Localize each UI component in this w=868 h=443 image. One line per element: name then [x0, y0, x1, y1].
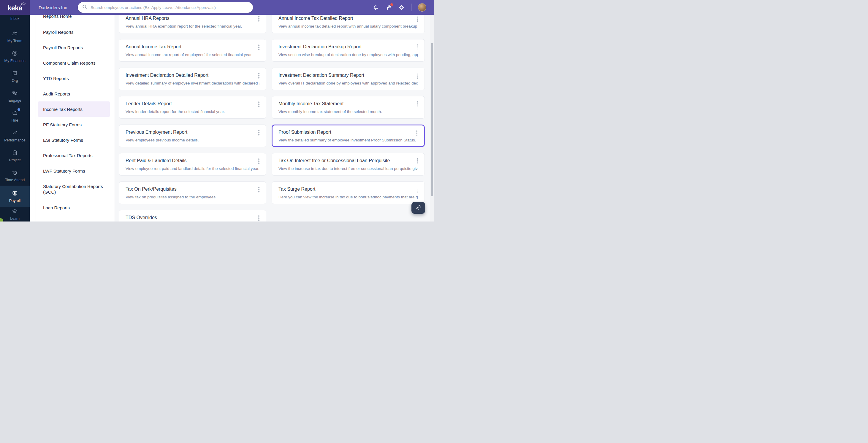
sidebar-item-learn[interactable]: Learn [0, 207, 30, 222]
kebab-menu-icon[interactable] [416, 72, 419, 79]
kebab-menu-icon[interactable] [416, 15, 419, 22]
report-card-description: View lender details report for the selec… [126, 109, 259, 114]
report-card-description: Here you can view the increase in tax du… [278, 195, 418, 200]
subnav-item-label: Payroll Run Reports [43, 45, 83, 50]
search-bar[interactable] [78, 2, 253, 13]
report-card-proof-submission-report[interactable]: Proof Submission ReportView the detailed… [272, 125, 425, 147]
subnav-item-component-claim-reports[interactable]: Component Claim Reports [38, 55, 110, 71]
subnav-item-professional-tax-reports[interactable]: Professional Tax Reports [38, 148, 110, 163]
report-card-investment-declaration-detailed-report[interactable]: Investment Declaration Detailed ReportVi… [119, 68, 266, 90]
subnav-item-statutory-contribution-reports-gcc[interactable]: Statutory Contribution Reports (GCC) [38, 178, 110, 200]
kebab-menu-icon[interactable] [416, 186, 419, 193]
report-card-tax-on-perk-perquisites[interactable]: Tax On Perk/PerquisitesView tax on prequ… [119, 181, 266, 204]
subnav-item-pf-statutory-forms[interactable]: PF Statutory Forms [38, 117, 110, 132]
sidebar-item-my-team[interactable]: My Team [0, 27, 30, 46]
subnav-item-label: YTD Reports [43, 76, 69, 81]
kebab-menu-icon[interactable] [258, 129, 260, 136]
report-card-description: View employees previous income details. [126, 138, 259, 143]
org-icon [11, 70, 18, 76]
sidebar-item-label: Project [9, 158, 21, 162]
subnav-item-label: Component Claim Reports [43, 60, 96, 66]
kebab-menu-icon[interactable] [415, 130, 418, 137]
sidebar-item-hire[interactable]: Hire [0, 106, 30, 126]
sidebar-item-label: My Finances [4, 59, 26, 63]
report-card-tax-on-interest-free-or-concessional-loan-perquisite[interactable]: Tax On Interest free or Concessional Loa… [272, 153, 425, 175]
report-card-tax-surge-report[interactable]: Tax Surge ReportHere you can view the in… [272, 181, 425, 204]
subnav-item-ytd-reports[interactable]: YTD Reports [38, 71, 110, 86]
sidebar-item-inbox[interactable]: Inbox [0, 15, 30, 27]
report-card-monthly-income-tax-statement[interactable]: Monthly Income Tax StatementView monthly… [272, 96, 425, 118]
subnav-item-label: Full and Final Settlement Reports [43, 220, 109, 222]
subnav-item-full-and-final-settlement-reports[interactable]: Full and Final Settlement Reports [38, 215, 110, 222]
report-card-investment-declaration-breakup-report[interactable]: Investment Declaration Breakup ReportVie… [272, 39, 425, 62]
kebab-menu-icon[interactable] [258, 158, 260, 165]
user-avatar[interactable] [418, 3, 426, 11]
kebab-menu-icon[interactable] [258, 186, 260, 193]
subnav-item-reports-home[interactable]: Reports Home [38, 15, 110, 20]
subnav-item-label: Professional Tax Reports [43, 153, 92, 158]
report-card-description: View the detailed summary of employee in… [278, 138, 418, 143]
sidebar-item-performance[interactable]: Performance [0, 126, 30, 146]
sidebar-item-time-attend[interactable]: Time Attend [0, 166, 30, 185]
kebab-menu-icon[interactable] [258, 44, 260, 51]
rocket-icon[interactable] [385, 4, 392, 11]
reports-main: Annual HRA ReportsView annual HRA exempt… [115, 15, 434, 222]
report-card-annual-income-tax-report[interactable]: Annual Income Tax ReportView annual inco… [119, 39, 266, 62]
kebab-menu-icon[interactable] [258, 72, 260, 79]
subnav-item-label: Loan Reports [43, 205, 70, 210]
bell-icon[interactable] [373, 4, 379, 11]
sidebar-item-label: Inbox [10, 16, 20, 21]
report-card-lender-details-report[interactable]: Lender Details ReportView lender details… [119, 96, 266, 118]
sidebar-item-label: Org [12, 78, 18, 83]
kebab-menu-icon[interactable] [258, 215, 260, 222]
app-window: keka Darksiders Inc InboxMy TeamMy Finan… [0, 0, 434, 222]
reports-subnav-list: Reports Home Payroll ReportsPayroll Run … [30, 15, 115, 222]
report-card-annual-hra-reports[interactable]: Annual HRA ReportsView annual HRA exempt… [119, 15, 266, 33]
subnav-item-loan-reports[interactable]: Loan Reports [38, 200, 110, 215]
subnav-item-lwf-statutory-forms[interactable]: LWF Statutory Forms [38, 163, 110, 178]
subnav-item-payroll-reports[interactable]: Payroll Reports [38, 24, 110, 40]
report-card-rent-paid-landlord-details[interactable]: Rent Paid & Landlord DetailsView employe… [119, 153, 266, 175]
subnav-item-audit-reports[interactable]: Audit Reports [38, 86, 110, 101]
subnav-item-esi-statutory-forms[interactable]: ESI Statutory Forms [38, 132, 110, 148]
report-card-description: View monthly income tax statement of the… [278, 109, 418, 114]
scrollbar-thumb[interactable] [431, 43, 433, 196]
subnav-item-income-tax-reports[interactable]: Income Tax Reports [38, 101, 110, 117]
subnav-item-payroll-run-reports[interactable]: Payroll Run Reports [38, 40, 110, 55]
subnav-item-label: Payroll Reports [43, 29, 73, 35]
kebab-menu-icon[interactable] [258, 15, 260, 22]
magic-wand-fab[interactable] [411, 202, 425, 214]
sidebar-item-label: Performance [4, 138, 26, 142]
report-card-annual-income-tax-detailed-report[interactable]: Annual Income Tax Detailed ReportView an… [272, 15, 425, 33]
subnav-item-label: Income Tax Reports [43, 106, 83, 112]
report-card-tds-overrides[interactable]: TDS Overrides [119, 210, 266, 222]
topbar: keka Darksiders Inc [0, 0, 434, 15]
gear-icon[interactable] [398, 4, 405, 11]
sidebar-item-org[interactable]: Org [0, 66, 30, 86]
report-card-description: View employee rent paid and landlord det… [126, 166, 259, 171]
payroll-icon [11, 190, 18, 197]
sidebar-item-engage[interactable]: Engage [0, 86, 30, 106]
report-card-description: View annual HRA exemption report for the… [126, 24, 259, 29]
sidebar-item-my-finances[interactable]: My Finances [0, 46, 30, 66]
kebab-menu-icon[interactable] [258, 101, 260, 108]
sidebar-item-label: Time Attend [5, 178, 25, 182]
keka-logo[interactable]: keka [0, 0, 30, 15]
kebab-menu-icon[interactable] [416, 44, 419, 51]
report-card-description: View the increase in tax due to interest… [278, 166, 418, 171]
search-input[interactable] [90, 5, 249, 10]
performance-icon [11, 130, 18, 136]
scrollbar-track[interactable] [430, 15, 434, 222]
sidebar-rail: InboxMy TeamMy FinancesOrgEngageHirePerf… [0, 15, 30, 222]
sidebar-item-project[interactable]: Project [0, 146, 30, 166]
sidebar-item-label: Engage [8, 98, 21, 103]
report-card-investment-declaration-summary-report[interactable]: Investment Declaration Summary ReportVie… [272, 68, 425, 90]
report-card-title: Investment Declaration Detailed Report [126, 73, 259, 78]
report-card-title: Annual HRA Reports [126, 16, 259, 21]
kebab-menu-icon[interactable] [416, 158, 419, 165]
report-card-description: View detailed summary of employee invest… [126, 81, 259, 86]
report-card-previous-employment-report[interactable]: Previous Employment ReportView employees… [119, 125, 266, 147]
report-card-title: Tax On Interest free or Concessional Loa… [278, 158, 418, 163]
kebab-menu-icon[interactable] [416, 101, 419, 108]
sidebar-item-payroll[interactable]: Payroll [0, 185, 30, 207]
